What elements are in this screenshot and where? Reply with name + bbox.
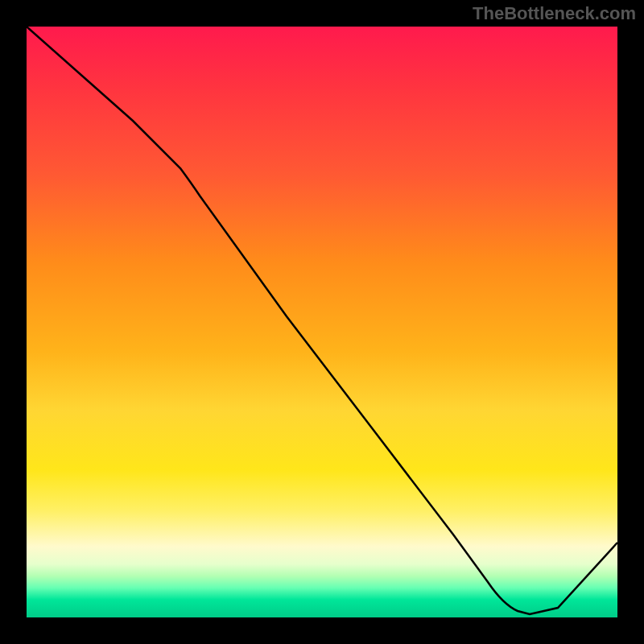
curve-line <box>27 27 617 614</box>
watermark-text: TheBottleneck.com <box>473 3 636 24</box>
plot-area <box>27 27 617 617</box>
line-plot-svg <box>27 27 617 617</box>
chart-container: TheBottleneck.com <box>0 0 644 644</box>
